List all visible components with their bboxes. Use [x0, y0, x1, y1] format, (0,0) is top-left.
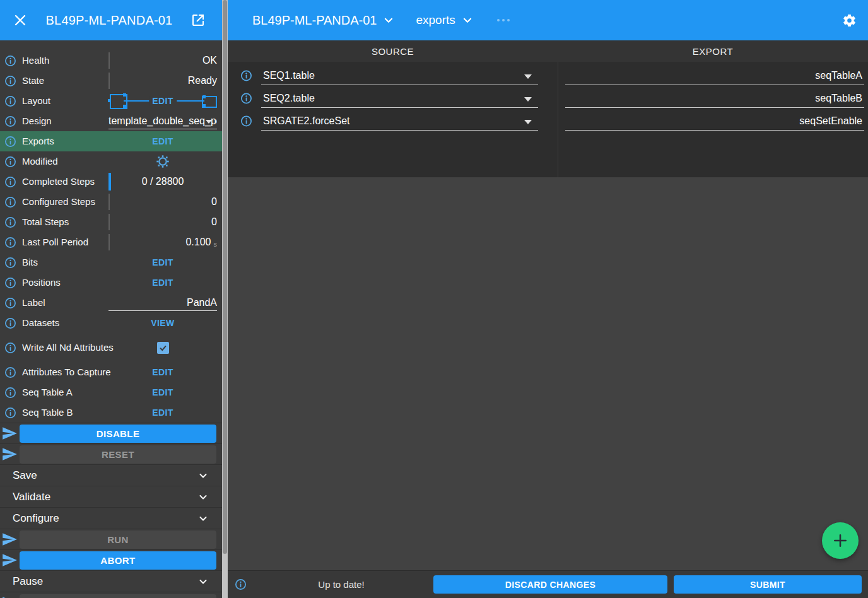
method-row-abort: ABORT — [0, 549, 222, 570]
dropdown-arrow-icon — [524, 74, 532, 79]
info-icon[interactable] — [4, 115, 16, 127]
last-poll-value: 0.100 — [185, 237, 211, 248]
sidebar-title: BL49P-ML-PANDA-01 — [28, 13, 191, 28]
info-icon[interactable] — [235, 578, 247, 590]
attr-row-total-steps: Total Steps 0 — [0, 212, 222, 232]
info-icon[interactable] — [4, 387, 16, 399]
expander-save[interactable]: Save — [0, 464, 222, 486]
info-icon[interactable] — [4, 317, 16, 329]
sidebar-scrollbar[interactable] — [222, 0, 228, 598]
info-icon[interactable] — [4, 407, 16, 419]
info-icon[interactable] — [4, 277, 16, 289]
attribute-list: Health OK State Ready Layout EDIT — [0, 50, 222, 423]
source-column-header: SOURCE — [228, 46, 558, 57]
run-button: RUN — [20, 531, 216, 549]
seq-table-a-edit-button[interactable]: EDIT — [152, 387, 173, 397]
attr-row-positions: Positions EDIT — [0, 273, 222, 293]
table-row: SRGATE2.forceSet seqSetEnable — [228, 110, 868, 132]
label-input[interactable]: PandA — [108, 293, 217, 313]
gear-icon[interactable] — [842, 13, 857, 28]
method-row-run: RUN — [0, 529, 222, 549]
send-icon — [1, 531, 18, 548]
send-icon — [1, 595, 18, 598]
scrollbar-thumb[interactable] — [223, 0, 227, 554]
info-icon[interactable] — [4, 75, 16, 87]
send-icon — [1, 425, 18, 442]
info-icon[interactable] — [4, 237, 16, 249]
send-icon — [1, 552, 18, 568]
attr-row-exports[interactable]: Exports EDIT — [0, 131, 222, 151]
info-icon[interactable] — [4, 156, 16, 168]
dropdown-arrow-icon — [206, 120, 212, 124]
info-icon[interactable] — [240, 93, 252, 105]
info-icon[interactable] — [4, 55, 16, 67]
sidebar-header: BL49P-ML-PANDA-01 — [0, 0, 222, 40]
seq-table-b-edit-button[interactable]: EDIT — [152, 407, 173, 418]
chevron-down-icon[interactable] — [460, 13, 474, 27]
method-row-resume: RESUME — [0, 592, 222, 598]
expander-pause[interactable]: Pause — [0, 570, 222, 592]
datasets-view-button[interactable]: VIEW — [151, 318, 174, 328]
attr-row-write-all-nd-attributes: Write All Nd Attributes — [0, 333, 222, 362]
layout-edit-button[interactable]: EDIT — [149, 96, 177, 106]
attr-row-modified: Modified — [0, 151, 222, 172]
export-name-input[interactable]: seqSetEnable — [565, 110, 864, 132]
chevron-down-icon[interactable] — [382, 13, 396, 27]
attr-row-bits: Bits EDIT — [0, 252, 222, 273]
chevron-down-icon — [197, 512, 209, 525]
source-select[interactable]: SEQ2.table — [261, 87, 538, 110]
more-icon[interactable] — [497, 19, 510, 21]
method-actions: DISABLE RESET Save Validate Configure RU… — [0, 423, 222, 598]
expander-validate[interactable]: Validate — [0, 486, 222, 507]
status-text: Up to date! — [284, 579, 398, 590]
plus-icon — [831, 532, 849, 549]
info-icon[interactable] — [4, 196, 16, 208]
table-header: SOURCE EXPORT — [228, 40, 868, 62]
info-icon[interactable] — [240, 115, 252, 127]
design-select[interactable]: template_double_seq_pcomp — [108, 111, 217, 131]
breadcrumb-device[interactable]: BL49P-ML-PANDA-01 — [252, 13, 377, 28]
attr-row-datasets: Datasets VIEW — [0, 313, 222, 333]
source-select[interactable]: SEQ1.table — [261, 64, 538, 87]
bits-edit-button[interactable]: EDIT — [152, 257, 173, 267]
info-icon[interactable] — [4, 297, 16, 309]
info-icon[interactable] — [4, 176, 16, 188]
info-icon[interactable] — [4, 257, 16, 269]
exports-panel: BL49P-ML-PANDA-01 exports SOURCE EXPORT … — [228, 0, 868, 598]
submit-button[interactable]: SUBMIT — [674, 575, 862, 594]
main-header: BL49P-ML-PANDA-01 exports — [228, 0, 868, 40]
close-icon[interactable] — [13, 13, 28, 28]
abort-button[interactable]: ABORT — [20, 551, 216, 570]
positions-edit-button[interactable]: EDIT — [152, 278, 173, 288]
info-icon[interactable] — [4, 216, 16, 228]
health-value: OK — [202, 55, 217, 66]
attributes-to-capture-edit-button[interactable]: EDIT — [152, 367, 173, 377]
export-name-input[interactable]: seqTableA — [565, 64, 864, 87]
breadcrumb-section[interactable]: exports — [416, 13, 455, 27]
table-footer: Up to date! DISCARD CHANGES SUBMIT — [228, 570, 868, 598]
table-rows: SEQ1.table seqTableA SEQ2.table seqTable… — [228, 62, 868, 132]
modified-icon — [156, 155, 170, 168]
info-icon[interactable] — [240, 70, 252, 82]
chevron-down-icon — [197, 469, 209, 482]
export-column-header: EXPORT — [558, 46, 868, 57]
exports-edit-button[interactable]: EDIT — [152, 136, 173, 146]
exports-table: SOURCE EXPORT SEQ1.table seqTableA SEQ2.… — [228, 40, 868, 177]
info-icon[interactable] — [4, 95, 16, 107]
add-export-fab[interactable] — [822, 522, 859, 559]
info-icon[interactable] — [4, 366, 16, 378]
info-icon[interactable] — [4, 342, 16, 354]
device-sidebar: BL49P-ML-PANDA-01 Health OK State Ready … — [0, 0, 222, 598]
disable-button[interactable]: DISABLE — [20, 425, 216, 443]
write-all-nd-checkbox[interactable] — [157, 342, 169, 354]
check-icon — [158, 343, 168, 353]
source-select[interactable]: SRGATE2.forceSet — [261, 110, 538, 132]
chevron-down-icon — [197, 491, 209, 503]
layout-preview-icon[interactable]: EDIT — [108, 91, 217, 111]
info-icon[interactable] — [4, 136, 16, 148]
expander-configure[interactable]: Configure — [0, 507, 222, 529]
open-in-new-icon[interactable] — [191, 13, 206, 28]
export-name-input[interactable]: seqTableB — [565, 87, 864, 110]
state-value: Ready — [188, 75, 217, 86]
discard-changes-button[interactable]: DISCARD CHANGES — [433, 575, 667, 594]
